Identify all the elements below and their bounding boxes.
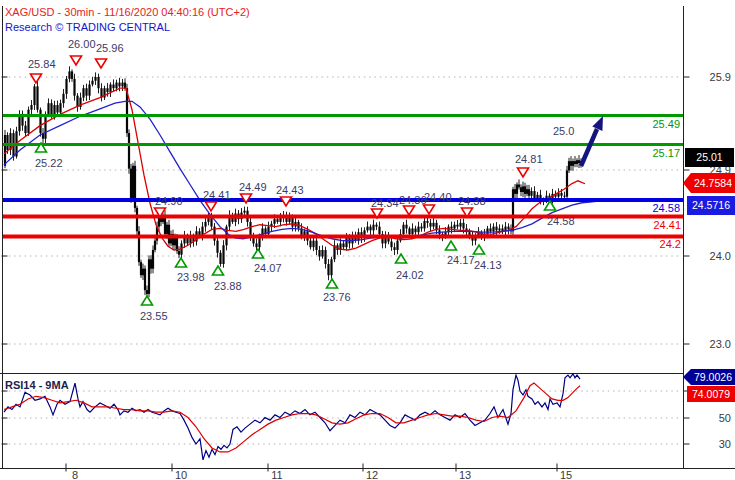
candle-body [136,208,138,231]
candle-body [62,94,64,103]
candle-body [378,227,380,234]
price-axis-tick-label: 25.9 [710,71,731,83]
candle-body [128,133,130,169]
time-axis-label: 13 [459,469,471,480]
price-axis-tick-label: 23.0 [710,338,731,350]
time-axis-label: 10 [175,469,187,480]
pivot-high-label: 24.38 [458,195,486,207]
pivot-high-label: 24.49 [239,181,267,193]
candle-body [168,225,170,244]
candle-body [396,241,398,250]
pivot-low-label: 24.07 [254,262,282,274]
candle-body [324,250,326,264]
pivot-low-marker [446,241,457,250]
candle-body [273,219,275,224]
pivot-high-marker [518,168,529,177]
candle-body [47,103,49,114]
ma-slow-value-tag: 24.5716 [687,196,735,215]
candle-body [495,227,497,231]
candle-body [146,290,148,294]
pivot-high-marker [96,59,107,68]
pivot-high-label: 24.90 [155,195,183,207]
candle-body [492,227,494,232]
candle-body [393,247,395,250]
candle-body [528,189,530,196]
candle-body [429,223,431,227]
pivot-low-label: 24.02 [396,269,424,281]
candle-body [53,105,55,114]
candle-body [91,81,93,85]
pivot-high-marker [71,56,82,65]
candle-body [109,84,111,91]
candle-body [121,83,123,87]
support-level-label: 24.2 [660,238,681,250]
candle-body [94,77,96,81]
pivot-high-label: 24.40 [424,191,452,203]
candle-body [522,186,524,192]
candle-body [450,227,452,229]
pivot-high-label: 26.00 [68,38,96,50]
pivot-low-marker [176,258,187,267]
pivot-high-label: 25.84 [28,58,56,70]
pivot-low-marker [396,254,407,263]
ma-slow-line [4,101,598,240]
candle-body [68,71,70,78]
provider-credit: Research © TRADING CENTRAL [5,21,170,33]
candle-body [560,193,562,196]
candle-body [24,126,26,133]
candle-body [152,250,154,269]
candle-body [219,253,221,264]
candle-body [411,228,413,234]
support-level-label: 24.41 [653,219,681,231]
candle-body [140,262,142,275]
candle-body [578,160,580,163]
chart-window: 25.4925.1724.5824.4124.225.924.924.023.0… [0,0,735,480]
candle-body [426,221,428,223]
candle-body [150,259,152,268]
candle-body [56,105,58,112]
pivot-low-label: 23.55 [140,310,168,322]
candle-body [566,171,568,197]
candle-body [174,238,176,245]
pivot-high-label: 25.96 [96,42,124,54]
candle-body [50,103,52,114]
candle-body [112,84,114,88]
pivot-high-marker [404,206,415,215]
candle-body [572,161,574,166]
candle-body [210,217,212,226]
candle-body [514,189,516,194]
candle-body [516,185,518,194]
pivot-high-marker [424,205,435,214]
candle-body [536,195,538,199]
pivot-high-label: 24.41 [203,189,231,201]
candle-body [342,243,344,247]
candle-body [456,225,458,227]
candle-body [507,227,509,230]
candle-body [118,83,120,87]
rsi-ma-value-tag: 74.0079 [687,386,735,402]
ma-fast-value-tag: 24.7584 [691,173,735,193]
pivot-high-label: 24.43 [276,184,304,196]
pivot-high-marker [31,74,42,83]
forecast-arrow [581,129,597,166]
candle-body [132,166,134,199]
resistance-level-label: 25.49 [652,118,680,130]
candle-body [59,103,61,112]
candle-body [568,161,570,170]
candle-body [243,211,245,213]
candle-body [204,222,206,227]
candle-body [36,86,38,109]
candle-body [276,219,278,222]
candle-body [309,241,311,248]
candle-body [453,225,455,229]
candle-body [33,86,35,105]
pivot-low-marker [253,249,264,258]
rsi-panel-label: RSI14 - 9MA [5,379,69,391]
candle-body [520,187,522,192]
candle-body [390,242,392,248]
rsi-axis-tick-label: 30 [719,438,731,450]
candle-body [88,84,90,95]
pivot-high-label: 24.34 [371,197,399,209]
candle-body [82,88,84,97]
candle-body [115,83,117,89]
